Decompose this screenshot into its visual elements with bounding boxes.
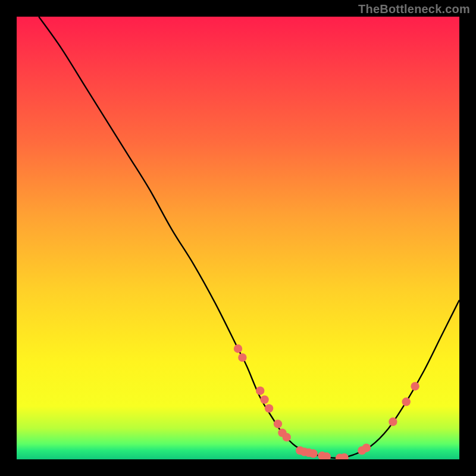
data-marker — [389, 418, 397, 426]
data-marker — [362, 444, 371, 452]
data-marker — [274, 419, 282, 428]
data-marker — [402, 397, 411, 406]
data-marker — [283, 433, 291, 441]
chart-frame: TheBottleneck.com — [0, 0, 476, 476]
plot-area — [17, 17, 459, 459]
data-marker — [260, 395, 268, 403]
chart-svg — [17, 17, 459, 459]
data-marker — [265, 404, 273, 412]
data-marker — [411, 382, 419, 390]
bottleneck-curve — [39, 17, 459, 458]
data-marker — [256, 387, 264, 395]
watermark-text: TheBottleneck.com — [358, 2, 470, 16]
data-marker — [238, 353, 246, 362]
data-markers — [234, 345, 419, 459]
data-marker — [309, 449, 317, 458]
data-marker — [234, 345, 242, 353]
